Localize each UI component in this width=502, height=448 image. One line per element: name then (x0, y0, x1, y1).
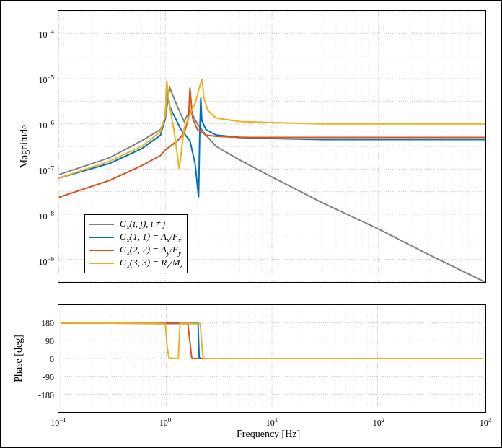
phase-curves (58, 305, 485, 412)
xtick: 103 (480, 416, 492, 429)
legend-box: Gx(i, j), i ≠ j Gx(1, 1) = Ax/Fx Gx(2, 2… (84, 214, 188, 273)
ytick: 0 (50, 354, 54, 365)
ytick: 180 (41, 318, 54, 329)
magnitude-panel: 10−9 10−8 10−7 10−6 10−5 10−4 Gx(i, j), … (58, 10, 486, 283)
ytick: -180 (38, 390, 54, 401)
ytick: -90 (43, 372, 54, 383)
legend-label: Gx(3, 3) = Rz/Mz (120, 257, 182, 270)
xtick: 102 (373, 416, 385, 429)
legend-entry: Gx(3, 3) = Rz/Mz (89, 257, 182, 270)
legend-label: Gx(i, j), i ≠ j (120, 218, 166, 231)
legend-swatch (89, 237, 114, 238)
legend-swatch (89, 250, 114, 251)
xtick: 10−1 (50, 416, 66, 429)
legend-swatch (89, 224, 114, 225)
legend-label: Gx(1, 1) = Ax/Fx (120, 231, 181, 244)
xlabel: Frequency [Hz] (237, 429, 300, 440)
phase-ylabel: Phase [deg] (13, 330, 25, 387)
legend-label: Gx(2, 2) = Ay/Fy (120, 244, 181, 257)
xtick: 100 (159, 416, 172, 429)
ytick: 10−9 (38, 255, 54, 267)
ytick: 10−4 (38, 27, 54, 40)
ytick: 10−6 (38, 118, 54, 131)
ytick: 10−5 (38, 73, 54, 85)
phase-panel: -180 -90 0 90 180 10−1 100 101 102 103 (58, 304, 486, 413)
ytick: 10−7 (38, 164, 54, 176)
legend-entry: Gx(i, j), i ≠ j (89, 218, 182, 231)
legend-entry: Gx(2, 2) = Ay/Fy (89, 244, 182, 257)
bode-figure: 10−9 10−8 10−7 10−6 10−5 10−4 Gx(i, j), … (1, 1, 501, 447)
ytick: 90 (45, 336, 54, 347)
xtick: 101 (266, 416, 278, 429)
legend-entry: Gx(1, 1) = Ax/Fx (89, 231, 182, 244)
legend-swatch (89, 263, 114, 264)
magnitude-ylabel: Magnitude (19, 118, 30, 175)
ytick: 10−8 (38, 209, 54, 221)
